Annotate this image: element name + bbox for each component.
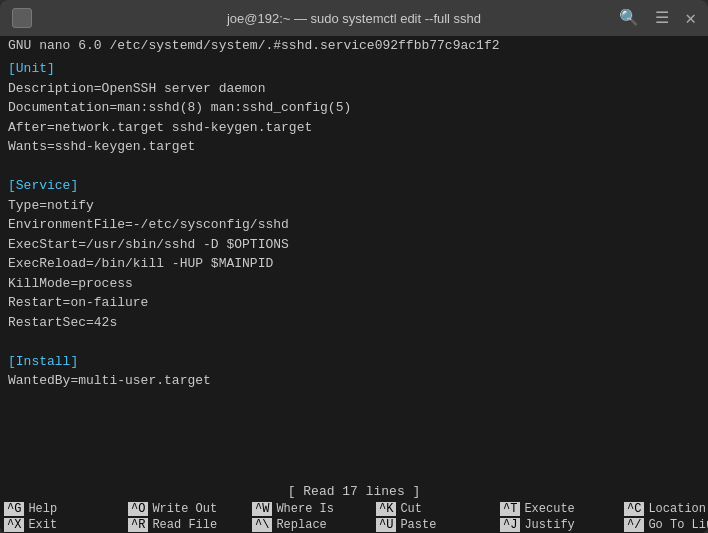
menu-icon[interactable]: ☰ (655, 8, 669, 28)
titlebar-actions: 🔍 ☰ ✕ (619, 7, 696, 29)
shortcut-key: ^R (128, 518, 148, 532)
shortcut-item-0-3[interactable]: ^KCut (376, 502, 496, 516)
nano-shortcuts: ^GHelp^OWrite Out^WWhere Is^KCut^TExecut… (0, 501, 708, 533)
shortcut-item-1-4[interactable]: ^JJustify (500, 518, 620, 532)
shortcut-key: ^\ (252, 518, 272, 532)
shortcut-key: ^J (500, 518, 520, 532)
shortcut-key: ^/ (624, 518, 644, 532)
titlebar: + joe@192:~ — sudo systemctl edit --full… (0, 0, 708, 36)
shortcut-item-1-3[interactable]: ^UPaste (376, 518, 496, 532)
shortcut-label: Exit (28, 518, 57, 532)
section-header: [Install] (8, 354, 78, 369)
shortcut-label: Read File (152, 518, 217, 532)
shortcut-row-0: ^GHelp^OWrite Out^WWhere Is^KCut^TExecut… (0, 501, 708, 517)
shortcut-key: ^K (376, 502, 396, 516)
editor-line: Documentation=man:sshd(8) man:sshd_confi… (8, 100, 351, 115)
editor-line: RestartSec=42s (8, 315, 117, 330)
shortcut-item-1-1[interactable]: ^RRead File (128, 518, 248, 532)
shortcut-key: ^U (376, 518, 396, 532)
editor-line: ExecStart=/usr/sbin/sshd -D $OPTIONS (8, 237, 289, 252)
shortcut-row-1: ^XExit^RRead File^\Replace^UPaste^JJusti… (0, 517, 708, 533)
editor-line: Description=OpenSSH server daemon (8, 81, 265, 96)
shortcut-label: Execute (524, 502, 574, 516)
shortcut-label: Where Is (276, 502, 334, 516)
section-header: [Unit] (8, 61, 55, 76)
shortcut-key: ^T (500, 502, 520, 516)
shortcut-label: Replace (276, 518, 326, 532)
editor-line: ExecReload=/bin/kill -HUP $MAINPID (8, 256, 273, 271)
nano-header-text: GNU nano 6.0 /etc/systemd/system/.#sshd.… (8, 38, 499, 53)
editor-line: Restart=on-failure (8, 295, 148, 310)
shortcut-item-0-0[interactable]: ^GHelp (4, 502, 124, 516)
titlebar-buttons: + (12, 8, 32, 28)
shortcut-key: ^C (624, 502, 644, 516)
shortcut-key: ^G (4, 502, 24, 516)
editor-line: WantedBy=multi-user.target (8, 373, 211, 388)
shortcut-item-0-1[interactable]: ^OWrite Out (128, 502, 248, 516)
shortcut-key: ^W (252, 502, 272, 516)
shortcut-item-0-4[interactable]: ^TExecute (500, 502, 620, 516)
plus-icon: + (19, 13, 25, 24)
editor-content[interactable]: [Unit] Description=OpenSSH server daemon… (0, 55, 708, 482)
editor-line: KillMode=process (8, 276, 133, 291)
editor-line: EnvironmentFile=-/etc/sysconfig/sshd (8, 217, 289, 232)
editor-line: Wants=sshd-keygen.target (8, 139, 195, 154)
terminal-window: + joe@192:~ — sudo systemctl edit --full… (0, 0, 708, 533)
shortcut-label: Paste (400, 518, 436, 532)
shortcut-label: Cut (400, 502, 422, 516)
search-icon[interactable]: 🔍 (619, 8, 639, 28)
shortcut-item-0-5[interactable]: ^CLocation (624, 502, 708, 516)
new-tab-button[interactable]: + (12, 8, 32, 28)
shortcut-label: Location (648, 502, 706, 516)
shortcut-item-1-5[interactable]: ^/Go To Line (624, 518, 708, 532)
shortcut-label: Write Out (152, 502, 217, 516)
shortcut-key: ^X (4, 518, 24, 532)
shortcut-item-1-2[interactable]: ^\Replace (252, 518, 372, 532)
nano-header: GNU nano 6.0 /etc/systemd/system/.#sshd.… (0, 36, 708, 55)
shortcut-item-0-2[interactable]: ^WWhere Is (252, 502, 372, 516)
editor-line: Type=notify (8, 198, 94, 213)
shortcut-key: ^O (128, 502, 148, 516)
read-message: [ Read 17 lines ] (288, 484, 421, 499)
close-button[interactable]: ✕ (685, 7, 696, 29)
shortcut-label: Justify (524, 518, 574, 532)
window-title: joe@192:~ — sudo systemctl edit --full s… (227, 11, 481, 26)
status-bar: [ Read 17 lines ] (0, 482, 708, 501)
editor-container: GNU nano 6.0 /etc/systemd/system/.#sshd.… (0, 36, 708, 533)
shortcut-item-1-0[interactable]: ^XExit (4, 518, 124, 532)
shortcut-label: Help (28, 502, 57, 516)
section-header: [Service] (8, 178, 78, 193)
shortcut-label: Go To Line (648, 518, 708, 532)
editor-line: After=network.target sshd-keygen.target (8, 120, 312, 135)
